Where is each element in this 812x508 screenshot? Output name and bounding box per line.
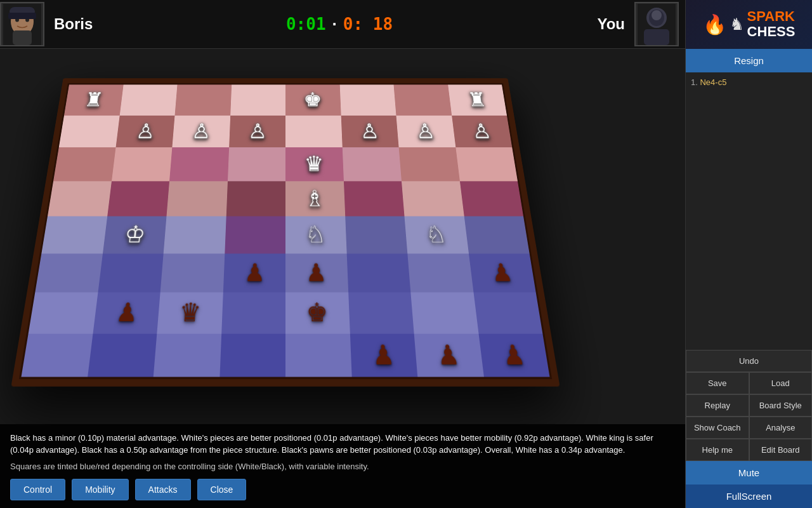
- attacks-button[interactable]: Attacks: [135, 479, 191, 500]
- mobility-button[interactable]: Mobility: [72, 479, 128, 500]
- cell-5-3[interactable]: ♟: [223, 253, 285, 292]
- edit-board-button[interactable]: Edit Board: [749, 439, 813, 461]
- cell-0-5[interactable]: [339, 84, 396, 115]
- cell-1-2[interactable]: ♙: [172, 116, 230, 147]
- cell-7-0[interactable]: [21, 333, 93, 377]
- cell-7-4[interactable]: [285, 333, 351, 377]
- cell-4-6[interactable]: ♘: [405, 217, 469, 253]
- analyse-button[interactable]: Analyse: [749, 417, 813, 439]
- analysis-text: Black has a minor (0.10p) material advan…: [10, 432, 675, 457]
- cell-0-7[interactable]: ♜: [448, 84, 507, 115]
- save-button[interactable]: Save: [686, 372, 749, 394]
- cell-6-1[interactable]: ♟: [93, 292, 160, 333]
- cell-5-7[interactable]: ♟: [468, 253, 535, 292]
- cell-5-2[interactable]: [160, 253, 225, 292]
- cell-6-0[interactable]: [29, 292, 98, 333]
- cell-5-4[interactable]: ♟: [285, 253, 348, 292]
- cell-2-3[interactable]: [228, 147, 285, 181]
- cell-1-0[interactable]: [59, 116, 120, 147]
- cell-1-1[interactable]: ♙: [115, 116, 174, 147]
- cell-1-7[interactable]: ♙: [452, 116, 513, 147]
- cell-7-6[interactable]: ♟: [414, 333, 484, 377]
- cell-2-6[interactable]: [399, 147, 460, 181]
- piece-1-2: ♙: [191, 119, 211, 143]
- mute-button[interactable]: Mute: [686, 461, 812, 485]
- cell-2-4[interactable]: ♛: [285, 147, 343, 181]
- cell-6-7[interactable]: [473, 292, 542, 333]
- cell-3-6[interactable]: [402, 181, 464, 217]
- cell-2-0[interactable]: [53, 147, 115, 181]
- cell-7-2[interactable]: [154, 333, 221, 377]
- cell-5-5[interactable]: [346, 253, 410, 292]
- cell-2-7[interactable]: [455, 147, 518, 181]
- close-button[interactable]: Close: [197, 479, 247, 500]
- cell-2-2[interactable]: [169, 147, 229, 181]
- cell-1-6[interactable]: ♙: [396, 116, 455, 147]
- knight-icon: ♞: [730, 15, 744, 34]
- help-me-button[interactable]: Help me: [686, 439, 749, 461]
- cell-1-3[interactable]: ♙: [229, 116, 285, 147]
- cell-6-5[interactable]: [348, 292, 414, 333]
- info-overlay: Black has a minor (0.10p) material advan…: [0, 424, 685, 509]
- piece-1-7: ♙: [470, 119, 492, 143]
- load-button[interactable]: Load: [749, 372, 813, 394]
- cell-4-1[interactable]: ♔: [103, 217, 167, 253]
- cell-7-3[interactable]: [219, 333, 285, 377]
- cell-1-4[interactable]: [285, 116, 342, 147]
- timer-orange: 0: 18: [343, 15, 393, 34]
- cell-0-4[interactable]: ♚: [285, 84, 341, 115]
- cell-4-5[interactable]: [345, 217, 408, 253]
- cell-3-3[interactable]: [226, 181, 285, 217]
- cell-3-5[interactable]: [343, 181, 404, 217]
- cell-3-2[interactable]: [166, 181, 227, 217]
- cell-3-0[interactable]: [48, 181, 112, 217]
- control-button[interactable]: Control: [10, 479, 65, 500]
- player-left-avatar: [0, 2, 44, 46]
- piece-4-1: ♔: [123, 221, 146, 248]
- piece-0-7: ♜: [466, 89, 488, 111]
- cell-0-0[interactable]: ♜: [64, 84, 123, 115]
- cell-3-7[interactable]: [459, 181, 523, 217]
- player-left-section: Boris: [0, 2, 226, 46]
- cell-3-4[interactable]: ♗: [285, 181, 345, 217]
- cell-6-4[interactable]: ♚: [285, 292, 350, 333]
- cell-0-6[interactable]: [394, 84, 452, 115]
- logo-area: 🔥 ♞ SPARK CHESS: [685, 0, 812, 49]
- undo-button[interactable]: Undo: [686, 350, 812, 372]
- cell-5-1[interactable]: [98, 253, 164, 292]
- cell-1-5[interactable]: ♙: [341, 116, 398, 147]
- cell-5-0[interactable]: [35, 253, 102, 292]
- cell-4-3[interactable]: [225, 217, 285, 253]
- cell-7-1[interactable]: [88, 333, 157, 377]
- cell-6-2[interactable]: ♛: [157, 292, 223, 333]
- header: Boris 0:01 · 0: 18 You 🔥 ♞ SPARK CHESS: [0, 0, 812, 49]
- cell-2-5[interactable]: [342, 147, 402, 181]
- cell-0-3[interactable]: [230, 84, 285, 115]
- replay-button[interactable]: Replay: [686, 394, 749, 417]
- cell-5-6[interactable]: [407, 253, 473, 292]
- cell-2-1[interactable]: [112, 147, 173, 181]
- cell-0-1[interactable]: [119, 84, 177, 115]
- piece-1-1: ♙: [134, 119, 156, 143]
- board-style-button[interactable]: Board Style: [749, 394, 813, 417]
- resign-button[interactable]: Resign: [686, 49, 812, 72]
- cell-4-7[interactable]: [464, 217, 529, 253]
- cell-4-0[interactable]: [41, 217, 107, 253]
- cell-7-7[interactable]: ♟: [478, 333, 550, 377]
- cell-6-6[interactable]: [410, 292, 478, 333]
- chess-board[interactable]: ♜♚♜♙♙♙♙♙♙♛♗♔♘♘♟♟♟♟♛♚♟♟♟: [19, 83, 552, 379]
- cell-3-1[interactable]: [107, 181, 169, 217]
- cell-4-2[interactable]: [164, 217, 226, 253]
- cell-7-5[interactable]: ♟: [350, 333, 417, 377]
- cell-6-3[interactable]: [221, 292, 285, 333]
- piece-5-7: ♟: [489, 258, 514, 287]
- timer-green: 0:01: [286, 15, 326, 34]
- move-history: 1. Ne4-c5: [686, 72, 812, 350]
- cell-4-4[interactable]: ♘: [285, 217, 346, 253]
- fullscreen-button[interactable]: FullScreen: [686, 485, 812, 508]
- coach-analyse-row: Show Coach Analyse: [686, 417, 812, 439]
- piece-4-4: ♘: [305, 221, 326, 248]
- show-coach-button[interactable]: Show Coach: [686, 417, 749, 439]
- hint-text: Squares are tinted blue/red depending on…: [10, 460, 675, 473]
- cell-0-2[interactable]: [175, 84, 232, 115]
